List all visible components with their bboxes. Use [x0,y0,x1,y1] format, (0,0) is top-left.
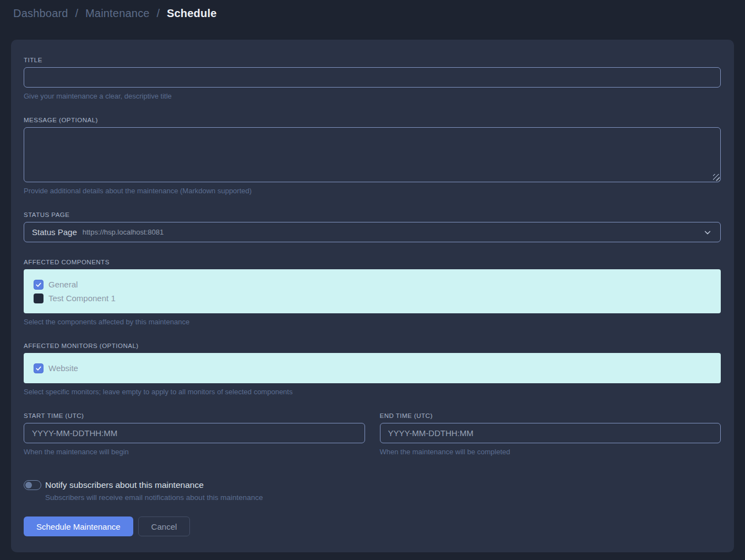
message-label: MESSAGE (OPTIONAL) [24,117,721,123]
affected-components-group: AFFECTED COMPONENTS General Test Compone… [24,259,721,326]
monitors-helper-text: Select specific monitors; leave empty to… [24,388,721,396]
start-time-input[interactable] [24,423,365,443]
end-time-label: END TIME (UTC) [380,412,721,419]
notify-subscribers-helper-text: Subscribers will receive email notificat… [45,493,263,502]
time-fields-row: START TIME (UTC) When the maintenance wi… [24,412,721,456]
affected-monitors-label: AFFECTED MONITORS (OPTIONAL) [24,342,721,349]
end-time-group: END TIME (UTC) When the maintenance will… [380,412,721,456]
monitors-panel: Website [24,353,721,383]
start-time-group: START TIME (UTC) When the maintenance wi… [24,412,365,456]
start-time-helper-text: When the maintenance will begin [24,448,365,456]
status-page-selected-url: https://hsp.localhost:8081 [83,228,164,236]
affected-monitors-group: AFFECTED MONITORS (OPTIONAL) Website Sel… [24,342,721,396]
form-actions: Schedule Maintenance Cancel [24,516,721,536]
title-label: TITLE [24,57,721,63]
check-icon [35,281,42,288]
components-panel: General Test Component 1 [24,269,721,313]
title-field-group: TITLE Give your maintenance a clear, des… [24,57,721,100]
check-icon [35,365,42,372]
monitor-checkbox-website[interactable] [34,363,43,373]
components-helper-text: Select the components affected by this m… [24,318,721,326]
message-field-group: MESSAGE (OPTIONAL) Provide additional de… [24,117,721,195]
breadcrumb-separator: / [75,7,78,19]
notify-subscribers-toggle[interactable] [24,480,41,490]
breadcrumb-current-schedule: Schedule [167,7,217,19]
schedule-maintenance-form-card: TITLE Give your maintenance a clear, des… [11,40,734,552]
status-page-label: STATUS PAGE [24,211,721,218]
start-time-label: START TIME (UTC) [24,412,365,419]
monitor-row-website: Website [34,361,711,375]
title-helper-text: Give your maintenance a clear, descripti… [24,92,721,100]
status-page-field-group: STATUS PAGE Status Page https://hsp.loca… [24,211,721,242]
component-checkbox-general[interactable] [34,280,43,290]
breadcrumb-maintenance[interactable]: Maintenance [85,7,150,19]
message-helper-text: Provide additional details about the mai… [24,187,721,195]
message-textarea[interactable] [24,127,721,182]
status-page-selected-name: Status Page [32,227,77,237]
affected-components-label: AFFECTED COMPONENTS [24,259,721,265]
top-header: Dashboard / Maintenance / Schedule [0,0,745,26]
notify-subscribers-row: Notify subscribers about this maintenanc… [24,479,721,502]
end-time-input[interactable] [380,423,721,443]
notify-subscribers-label: Notify subscribers about this maintenanc… [45,479,263,492]
schedule-maintenance-button[interactable]: Schedule Maintenance [24,516,133,536]
monitor-label-website: Website [48,363,78,373]
component-row-test-component-1: Test Component 1 [34,291,711,305]
breadcrumb-separator: / [156,7,160,19]
component-label-test-component-1: Test Component 1 [48,293,116,303]
end-time-helper-text: When the maintenance will be completed [380,448,721,456]
breadcrumb: Dashboard / Maintenance / Schedule [13,7,217,20]
component-label-general: General [48,280,78,289]
status-page-select[interactable]: Status Page https://hsp.localhost:8081 [24,222,721,242]
breadcrumb-dashboard[interactable]: Dashboard [13,7,68,19]
component-checkbox-test-component-1[interactable] [34,293,43,303]
toggle-knob [25,482,32,488]
component-row-general: General [34,278,711,291]
cancel-button[interactable]: Cancel [138,516,191,536]
title-input[interactable] [24,67,721,88]
chevron-down-icon [704,229,711,236]
